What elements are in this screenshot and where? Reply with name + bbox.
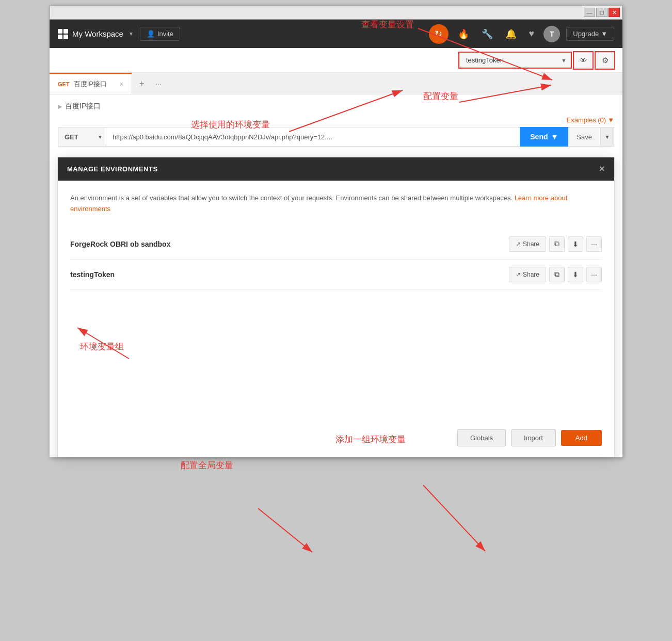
sync-icon: ↻: [435, 28, 442, 40]
env-item-forgerock: ForgeRock OBRI ob sandbox ↗ Share ⧉ ⬇ ··…: [70, 229, 602, 260]
share-button-forgerock[interactable]: ↗ Share: [509, 236, 546, 252]
send-dropdown-arrow: ▼: [551, 133, 558, 141]
tab-title: 百度IP接口: [74, 79, 107, 89]
annotation-config-global: 配置全局变量: [181, 459, 233, 471]
examples-link[interactable]: Examples (0) ▼: [567, 116, 614, 124]
more-button-testingtoken[interactable]: ···: [586, 267, 602, 282]
download-button-testingtoken[interactable]: ⬇: [568, 267, 583, 282]
save-button[interactable]: Save: [568, 127, 601, 147]
minimize-button[interactable]: —: [584, 8, 595, 17]
copy-button-testingtoken[interactable]: ⧉: [549, 267, 565, 282]
sync-button[interactable]: ↻: [429, 24, 449, 44]
upgrade-label: Upgrade: [573, 30, 599, 38]
share-icon-testingtoken: ↗: [516, 271, 521, 278]
import-button[interactable]: Import: [511, 429, 556, 446]
manage-environments-modal: MANAGE ENVIRONMENTS × An environment is …: [57, 157, 615, 457]
workspace-dropdown-arrow: ▼: [129, 31, 134, 37]
env-item-actions-testingtoken: ↗ Share ⧉ ⬇ ···: [509, 267, 602, 282]
page-wrapper: — □ ✕ My Workspace ▼ 👤 Invite: [0, 0, 672, 641]
request-area: ▶ 百度IP接口 Examples (0) ▼ GET POST: [50, 94, 622, 147]
svg-line-6: [423, 485, 485, 551]
upgrade-button[interactable]: Upgrade ▼: [566, 27, 614, 41]
env-item-testingtoken: testingToken ↗ Share ⧉ ⬇ ···: [70, 260, 602, 290]
main-content: testingToken ForgeRock OBRI ob sandbox ▼…: [50, 48, 622, 457]
method-select[interactable]: GET POST PUT DELETE: [58, 127, 106, 147]
tab-add-button[interactable]: +: [132, 73, 151, 94]
breadcrumb-arrow-icon: ▶: [58, 103, 62, 110]
environment-gear-button[interactable]: ⚙: [596, 52, 614, 69]
url-input[interactable]: [106, 127, 520, 147]
globals-button[interactable]: Globals: [457, 429, 506, 446]
more-button-forgerock[interactable]: ···: [586, 236, 602, 252]
share-button-testingtoken[interactable]: ↗ Share: [509, 267, 546, 282]
maximize-button[interactable]: □: [596, 8, 607, 17]
logo-icon: [58, 29, 68, 39]
invite-label: Invite: [157, 30, 173, 38]
modal-body: An environment is a set of variables tha…: [58, 181, 614, 404]
bell-icon[interactable]: 🔔: [502, 28, 520, 40]
upgrade-arrow: ▼: [601, 30, 607, 38]
env-item-name-forgerock[interactable]: ForgeRock OBRI ob sandbox: [70, 240, 509, 248]
breadcrumb-text: 百度IP接口: [65, 102, 101, 111]
modal-header: MANAGE ENVIRONMENTS ×: [58, 157, 614, 181]
modal-footer: Globals Import Add: [58, 419, 614, 457]
window-titlebar: — □ ✕: [50, 5, 622, 20]
main-window: — □ ✕ My Workspace ▼ 👤 Invite: [50, 5, 622, 457]
workspace-selector[interactable]: My Workspace ▼: [58, 29, 134, 39]
wrench-icon[interactable]: 🔧: [478, 28, 496, 40]
send-button-group: Send ▼: [520, 127, 568, 147]
workspace-label: My Workspace: [72, 29, 123, 38]
navbar: My Workspace ▼ 👤 Invite ↻ 🔥 🔧 🔔 ♥ T Upgr…: [50, 20, 622, 48]
modal-close-button[interactable]: ×: [599, 164, 605, 174]
invite-button[interactable]: 👤 Invite: [140, 27, 180, 41]
save-dropdown-button[interactable]: ▼: [601, 127, 614, 147]
empty-space: [70, 290, 602, 404]
modal-description: An environment is a set of variables tha…: [70, 193, 602, 215]
gear-icon: ⚙: [602, 56, 609, 65]
download-button-forgerock[interactable]: ⬇: [568, 236, 583, 252]
close-button[interactable]: ✕: [609, 8, 620, 17]
environment-eye-button[interactable]: 👁: [574, 52, 593, 69]
save-arrow-icon: ▼: [605, 134, 610, 140]
request-row: GET POST PUT DELETE ▼ Send ▼: [58, 127, 614, 147]
add-button[interactable]: Add: [561, 430, 602, 446]
send-button[interactable]: Send ▼: [520, 127, 568, 147]
share-icon-forgerock: ↗: [516, 241, 521, 248]
breadcrumb: ▶ 百度IP接口: [58, 102, 614, 111]
method-select-wrapper: GET POST PUT DELETE ▼: [58, 127, 106, 147]
eye-icon: 👁: [580, 56, 587, 65]
tab-method-label: GET: [58, 81, 70, 87]
examples-row: Examples (0) ▼: [58, 116, 614, 124]
tab-close-button[interactable]: ×: [119, 80, 123, 88]
env-item-actions-forgerock: ↗ Share ⧉ ⬇ ···: [509, 236, 602, 252]
examples-label: Examples (0): [567, 116, 606, 124]
examples-arrow-icon: ▼: [607, 116, 614, 124]
env-item-name-testingtoken[interactable]: testingToken: [70, 270, 509, 279]
copy-button-forgerock[interactable]: ⧉: [549, 236, 565, 252]
heart-icon[interactable]: ♥: [526, 28, 538, 39]
env-select-wrapper: testingToken ForgeRock OBRI ob sandbox ▼: [459, 53, 571, 68]
flame-icon[interactable]: 🔥: [455, 28, 472, 40]
environment-select[interactable]: testingToken ForgeRock OBRI ob sandbox: [459, 53, 571, 68]
avatar[interactable]: T: [543, 26, 560, 42]
tab-item-baidu[interactable]: GET 百度IP接口 ×: [50, 73, 132, 94]
modal-title: MANAGE ENVIRONMENTS: [67, 165, 158, 173]
tab-bar: GET 百度IP接口 × + ···: [50, 73, 622, 94]
svg-line-5: [258, 508, 312, 552]
invite-icon: 👤: [147, 30, 155, 38]
send-label: Send: [530, 133, 548, 141]
environment-bar: testingToken ForgeRock OBRI ob sandbox ▼…: [50, 48, 622, 73]
tab-more-button[interactable]: ···: [151, 73, 166, 94]
